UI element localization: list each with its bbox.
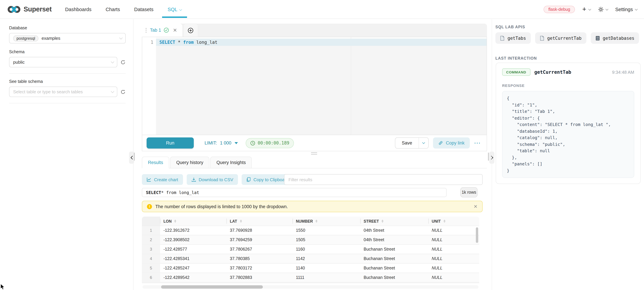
close-warning-icon[interactable]: ✕: [474, 204, 478, 209]
new-tab-button[interactable]: [183, 23, 198, 37]
check-circle-icon: [164, 28, 169, 33]
chevron-down-icon: [635, 7, 638, 10]
sql-editor[interactable]: 1 SELECT * from long_lat: [142, 37, 486, 135]
settings-label: Settings: [615, 6, 633, 12]
table-select-placeholder: Select table or type to search tables: [13, 89, 83, 94]
editor-results-splitter[interactable]: [311, 152, 317, 156]
run-button[interactable]: Run: [146, 137, 194, 149]
get-current-tab-button[interactable]: getCurrentTab: [535, 32, 586, 44]
table-row[interactable]: 3 -122.428577 37.7806267 1160 Buchanan S…: [142, 245, 479, 254]
settings-menu[interactable]: Settings: [615, 6, 637, 12]
schema-value: public: [13, 60, 24, 65]
save-dropdown-button[interactable]: [418, 138, 428, 148]
column-header-unit[interactable]: UNIT: [428, 217, 479, 226]
row-number-header: [142, 217, 160, 226]
get-tabs-label: getTabs: [508, 35, 526, 40]
close-tab-icon[interactable]: ✕: [173, 27, 177, 33]
tab-query-insights[interactable]: Query Insights: [210, 157, 252, 168]
sql-star: *: [175, 40, 183, 45]
download-icon: [191, 177, 196, 182]
sidebar-splitter[interactable]: [134, 153, 135, 161]
table-vertical-scrollbar[interactable]: [476, 227, 478, 243]
results-tab-strip: Results Query history Query Insights: [142, 157, 252, 168]
superset-logo[interactable]: Superset: [8, 5, 52, 13]
executed-query-preview[interactable]: SELECT * from long_lat: [142, 188, 446, 197]
top-navbar: Superset Dashboards Charts Datasets SQL …: [0, 0, 644, 19]
filter-results-input[interactable]: [284, 174, 482, 185]
schema-select[interactable]: public: [9, 57, 117, 67]
get-databases-label: getDatabases: [603, 35, 634, 40]
superset-infinity-icon: [8, 5, 21, 13]
sql-editor-card: 1 SELECT * from long_lat Run LIMIT: 1 00…: [142, 37, 487, 151]
nav-dashboards[interactable]: Dashboards: [65, 6, 91, 12]
table-row[interactable]: 5 -122.4285247 37.7803172 1140 Buchanan …: [142, 264, 479, 273]
column-header-lat[interactable]: LAT: [226, 217, 292, 226]
nav-sql-label: SQL: [168, 6, 178, 12]
get-current-tab-label: getCurrentTab: [547, 35, 582, 40]
table-row[interactable]: 2 -122.3908502 37.7694259 1505 04th Stre…: [142, 236, 479, 245]
copy-link-button[interactable]: Copy link: [433, 137, 470, 149]
table-row[interactable]: 4 -122.4285341 37.780385 1142 Buchanan S…: [142, 254, 479, 264]
database-select[interactable]: postgresql examples: [9, 33, 126, 43]
nav-charts[interactable]: Charts: [106, 6, 120, 12]
download-csv-button[interactable]: Download to CSV: [186, 174, 238, 185]
collapse-sidebar-button[interactable]: [129, 152, 134, 164]
refresh-schemas-button[interactable]: [120, 59, 126, 65]
tab-query-history[interactable]: Query history: [170, 157, 210, 168]
get-tabs-button[interactable]: getTabs: [496, 32, 531, 44]
table-horizontal-scrollbar[interactable]: [142, 285, 478, 289]
theme-menu[interactable]: [598, 6, 608, 12]
superset-sql-lab: Superset Dashboards Charts Datasets SQL …: [0, 0, 644, 290]
sort-icon: [316, 220, 318, 223]
table-select[interactable]: Select table or type to search tables: [9, 87, 117, 97]
save-button[interactable]: Save: [395, 138, 418, 148]
results-toolbar: Create chart Download to CSV Copy to Cli…: [142, 174, 293, 185]
response-json: { "id": "1", "title": "Tab 1", "editor":…: [502, 91, 634, 178]
command-timestamp: 9:34:48 AM: [612, 69, 634, 75]
database-type-badge: postgresql: [13, 35, 38, 41]
limit-dropdown[interactable]: LIMIT: 1 000: [204, 140, 238, 146]
chevron-down-icon: [111, 90, 114, 93]
get-databases-button[interactable]: getDatabases: [590, 32, 639, 44]
warning-text: The number of rows displayed is limited …: [155, 204, 288, 209]
column-header-number[interactable]: NUMBER: [292, 217, 360, 226]
refresh-icon: [120, 89, 126, 94]
elapsed-timer: 00:00:00.189: [246, 138, 294, 148]
document-icon: [540, 35, 544, 40]
editor-padding: [142, 37, 486, 39]
query-tab[interactable]: Tab 1 ✕: [142, 23, 182, 37]
nav-sql[interactable]: SQL: [168, 6, 182, 12]
nav-datasets[interactable]: Datasets: [134, 6, 153, 12]
copy-clipboard-label: Copy to Clipboard: [254, 177, 288, 182]
schema-label: Schema: [9, 49, 126, 54]
table-row[interactable]: 6 -122.4289542 37.7802883 1111 Buchanan …: [142, 273, 479, 283]
results-table: LON LAT NUMBER STREET UNIT 1 -122.391267…: [142, 217, 479, 285]
scrollbar-thumb[interactable]: [161, 285, 263, 289]
sidebar-divider: [9, 103, 126, 103]
create-chart-button[interactable]: Create chart: [142, 174, 183, 185]
drag-handle-icon[interactable]: [146, 28, 146, 32]
editor-tab-strip: Tab 1 ✕: [142, 23, 487, 37]
sql-keyword: SELECT: [160, 40, 175, 45]
command-name: getCurrentTab: [534, 69, 571, 75]
database-value: examples: [42, 36, 60, 41]
refresh-tables-button[interactable]: [120, 89, 126, 94]
active-nav-underline: [162, 16, 187, 18]
mouse-cursor: [0, 284, 5, 290]
api-buttons-row: getTabs getCurrentTab getDatabases: [496, 32, 639, 44]
column-header-lon[interactable]: LON: [160, 217, 226, 226]
interaction-header: COMMAND getCurrentTab 9:34:48 AM: [502, 68, 634, 76]
column-header-street[interactable]: STREET: [360, 217, 428, 226]
new-item-menu[interactable]: +: [582, 5, 590, 13]
sql-lab-apis-heading: SQL LAB APIS: [496, 25, 525, 29]
more-actions-button[interactable]: ···: [474, 140, 481, 146]
table-row-partial: [142, 283, 479, 285]
right-panel-divider: [492, 19, 492, 290]
tab-results[interactable]: Results: [142, 157, 169, 168]
limit-value: 1 000: [220, 140, 232, 146]
table-row[interactable]: 1 -122.3912672 37.7690928 1550 04th Stre…: [142, 226, 479, 236]
print-margin-line: [351, 37, 351, 135]
panel-splitter[interactable]: [488, 153, 489, 161]
sort-icon: [174, 220, 176, 223]
create-chart-label: Create chart: [154, 177, 178, 182]
